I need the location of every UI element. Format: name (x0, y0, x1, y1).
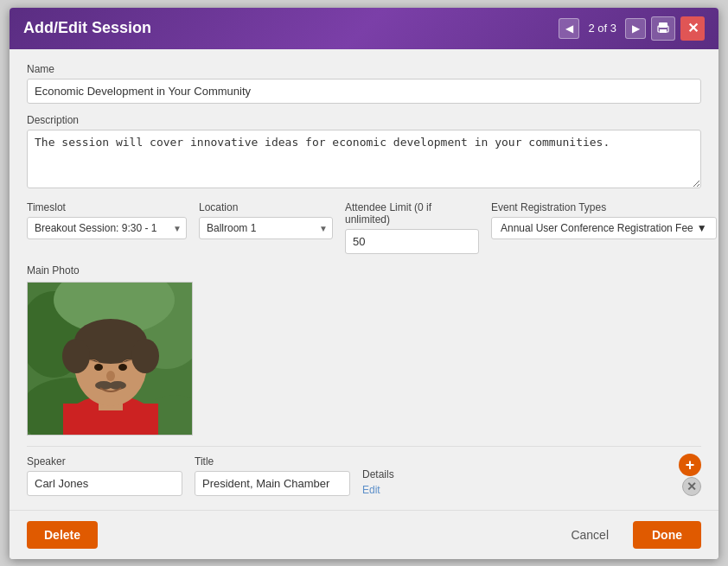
location-label: Location (199, 201, 333, 213)
modal-header: Add/Edit Session ◀ 2 of 3 ▶ ✕ (10, 8, 718, 49)
divider (27, 446, 701, 447)
attendee-label: Attendee Limit (0 if unlimited) (345, 201, 479, 226)
svg-rect-0 (659, 22, 667, 28)
remove-icon: ✕ (686, 480, 697, 493)
svg-point-18 (118, 364, 127, 371)
photo-container (27, 282, 193, 436)
speaker-title-col: Title (195, 455, 350, 496)
reg-types-label: Event Registration Types (491, 201, 717, 213)
name-group: Name (27, 63, 701, 104)
speaker-name-col: Speaker (27, 455, 182, 496)
timeslot-select-wrapper: Breakout Session: 9:30 - 1 ▼ (27, 217, 187, 239)
modal-footer: Delete Cancel Done (10, 510, 718, 559)
timeslot-col: Timeslot Breakout Session: 9:30 - 1 ▼ (27, 201, 187, 239)
details-label: Details (362, 468, 670, 480)
speaker-details-col: Details Edit (362, 468, 670, 496)
location-col: Location Ballroom 1 ▼ (199, 201, 333, 239)
description-group: Description The session will cover innov… (27, 114, 701, 191)
page-indicator: 2 of 3 (584, 22, 620, 35)
print-icon (656, 22, 670, 35)
name-input[interactable] (27, 79, 701, 104)
description-label: Description (27, 114, 701, 126)
main-photo-image (28, 283, 193, 436)
location-select-wrapper: Ballroom 1 ▼ (199, 217, 333, 239)
title-input[interactable] (195, 471, 350, 496)
attendee-input[interactable] (345, 229, 479, 254)
prev-button[interactable]: ◀ (559, 18, 579, 39)
reg-types-value: Annual User Conference Registration Fee (501, 222, 693, 234)
add-speaker-button[interactable]: + (679, 454, 701, 476)
middle-row: Timeslot Breakout Session: 9:30 - 1 ▼ Lo… (27, 201, 701, 254)
speaker-label: Speaker (27, 455, 182, 467)
speaker-input[interactable] (27, 471, 182, 496)
svg-rect-3 (660, 29, 667, 33)
done-button[interactable]: Done (633, 521, 701, 549)
remove-speaker-button[interactable]: ✕ (682, 477, 701, 496)
edit-link[interactable]: Edit (362, 484, 670, 496)
svg-point-21 (109, 381, 126, 390)
main-photo-section: Main Photo (27, 264, 701, 436)
footer-right: Cancel Done (557, 521, 701, 549)
header-controls: ◀ 2 of 3 ▶ ✕ (559, 16, 705, 41)
main-photo-label: Main Photo (27, 264, 701, 277)
timeslot-select[interactable]: Breakout Session: 9:30 - 1 (27, 217, 187, 239)
speaker-row: + Speaker Title Details Edit ✕ (27, 455, 701, 496)
name-label: Name (27, 63, 701, 75)
delete-button[interactable]: Delete (27, 521, 98, 549)
next-button[interactable]: ▶ (625, 18, 646, 39)
svg-point-15 (62, 339, 90, 373)
svg-point-19 (106, 371, 115, 381)
svg-point-17 (94, 364, 103, 371)
location-select[interactable]: Ballroom 1 (199, 217, 333, 239)
modal-body: Name Description The session will cover … (10, 49, 718, 510)
add-icon: + (686, 457, 695, 473)
modal-title: Add/Edit Session (23, 19, 151, 37)
title-label: Title (195, 455, 350, 467)
svg-point-16 (131, 339, 159, 373)
cancel-button[interactable]: Cancel (557, 521, 623, 549)
reg-types-col: Event Registration Types Annual User Con… (491, 201, 717, 239)
print-button[interactable] (651, 16, 675, 41)
attendee-col: Attendee Limit (0 if unlimited) (345, 201, 479, 254)
close-button[interactable]: ✕ (680, 16, 705, 41)
timeslot-label: Timeslot (27, 201, 187, 213)
modal-container: Add/Edit Session ◀ 2 of 3 ▶ ✕ Name (10, 8, 718, 559)
description-textarea[interactable]: The session will cover innovative ideas … (27, 130, 701, 188)
reg-types-chevron-icon: ▼ (697, 222, 707, 234)
reg-types-button[interactable]: Annual User Conference Registration Fee … (491, 217, 717, 239)
